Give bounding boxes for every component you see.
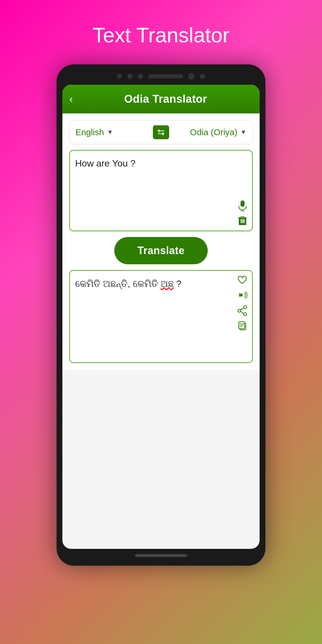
output-text-content: କେମିତି ଅଛନ୍ତି, କେମିତି ଅଛ ? <box>75 276 247 291</box>
output-text-box: କେମିତି ଅଛନ୍ତି, କେମିତି ଅଛ ? <box>69 270 253 363</box>
svg-line-14 <box>241 312 244 314</box>
svg-point-10 <box>244 306 247 309</box>
source-language-label: English <box>75 127 104 137</box>
phone-dot-3 <box>138 74 143 79</box>
copy-icon[interactable] <box>238 321 247 332</box>
svg-rect-6 <box>244 219 245 223</box>
source-language-dropdown[interactable]: English ▼ <box>75 127 150 137</box>
input-text-content[interactable]: How are You ? <box>75 156 247 170</box>
app-header: ‹ Odia Translator <box>62 85 260 113</box>
target-language-dropdown[interactable]: Odia (Oriya) ▼ <box>172 127 247 137</box>
input-action-icons <box>238 200 247 226</box>
share-icon[interactable] <box>238 305 247 316</box>
svg-rect-4 <box>241 219 242 223</box>
output-text-span: କେମିତି ଅଛନ୍ତି, କେମିତି ଅଛ ? <box>75 278 181 289</box>
back-button[interactable]: ‹ <box>69 93 73 105</box>
phone-top-bar <box>62 73 260 79</box>
favorite-icon[interactable] <box>237 275 247 285</box>
app-content: English ▼ Odia (Oriya) ▼ How are You ? <box>62 113 260 370</box>
svg-point-12 <box>244 313 247 316</box>
phone-dot-left <box>117 74 122 79</box>
phone-dot-4 <box>200 74 205 79</box>
output-action-icons <box>237 275 247 332</box>
svg-line-13 <box>241 308 244 310</box>
page-title-text: Text Translator <box>93 23 229 47</box>
svg-point-11 <box>238 309 241 312</box>
delete-icon[interactable] <box>238 216 247 226</box>
app-header-title: Odia Translator <box>79 93 253 105</box>
svg-rect-0 <box>240 200 245 207</box>
source-dropdown-arrow-icon: ▼ <box>107 129 113 136</box>
phone-shell: ‹ Odia Translator English ▼ Odia (Oriya) <box>57 64 265 566</box>
swap-languages-button[interactable] <box>153 125 169 139</box>
phone-bottom-bar <box>62 554 260 557</box>
language-selector-row: English ▼ Odia (Oriya) ▼ <box>69 120 253 144</box>
phone-screen: ‹ Odia Translator English ▼ Odia (Oriya) <box>62 85 260 549</box>
translate-button[interactable]: Translate <box>114 237 208 264</box>
target-dropdown-arrow-icon: ▼ <box>240 129 247 136</box>
home-indicator <box>135 554 187 557</box>
phone-camera-front <box>188 73 195 79</box>
input-text-box: How are You ? <box>69 150 253 231</box>
phone-dot-2 <box>127 74 133 79</box>
microphone-icon[interactable] <box>238 200 247 211</box>
target-language-label: Odia (Oriya) <box>190 127 237 137</box>
svg-point-8 <box>240 294 243 296</box>
phone-speaker-bar <box>148 74 183 78</box>
svg-rect-5 <box>242 219 243 223</box>
text-to-speech-icon[interactable] <box>237 290 247 300</box>
